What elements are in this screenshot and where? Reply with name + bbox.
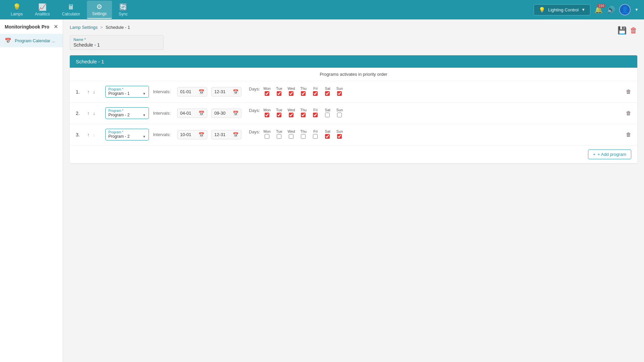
profile-button[interactable]: 👤 (619, 4, 631, 15)
day-thu-check-1[interactable] (301, 91, 306, 96)
program-select-wrap-2: Program * Program - 2 ▼ (105, 107, 149, 119)
program-select-1[interactable]: Program * Program - 1 ▼ (105, 86, 149, 98)
calendar-start-icon-2[interactable]: 📅 (199, 111, 204, 116)
nav-settings[interactable]: ⚙ Settings (87, 1, 112, 19)
intervals-label-3: Intervals: (153, 132, 173, 137)
calendar-end-icon-1[interactable]: 📅 (233, 89, 238, 95)
days-label-2: Days: (249, 108, 260, 113)
volume-button[interactable]: 🔊 (607, 6, 615, 14)
day-thu-check-3[interactable] (301, 134, 306, 139)
lighting-control-button[interactable]: 💡 Lighting Control ▼ (534, 4, 590, 15)
day-tue-check-1[interactable] (277, 91, 281, 96)
day-sun-check-2[interactable] (337, 113, 342, 117)
notification-button[interactable]: 🔔 194 (594, 6, 603, 14)
day-fri-check-3[interactable] (313, 134, 318, 139)
interval-end-3[interactable]: 12-31 📅 (211, 130, 241, 139)
program-select-wrap-3: Program * Program - 2 ▼ (105, 129, 149, 140)
day-sun-check-1[interactable] (337, 91, 342, 96)
days-label-3: Days: (249, 129, 260, 134)
interval-start-value-1: 01-01 (180, 89, 197, 94)
page-actions: 💾 🗑 (618, 26, 637, 35)
lighting-control-chevron: ▼ (581, 7, 585, 12)
program-select-3[interactable]: Program * Program - 2 ▼ (105, 129, 149, 140)
delete-page-button[interactable]: 🗑 (630, 26, 637, 35)
interval-start-3[interactable]: 10-01 📅 (177, 130, 207, 139)
delete-row-3[interactable]: 🗑 (626, 132, 631, 138)
sidebar-item-program-calendar-label: Program Calendar ... (15, 38, 55, 43)
schedule-title: Schedule - 1 (76, 59, 104, 64)
day-sat-check-1[interactable] (325, 91, 330, 96)
calculator-icon: 🖩 (68, 3, 74, 11)
day-wed-check-2[interactable] (289, 113, 293, 117)
interval-end-1[interactable]: 12-31 📅 (211, 87, 241, 97)
arrow-down-1[interactable]: ↓ (92, 88, 96, 95)
row-arrows-2: ↑ ↓ (87, 110, 101, 117)
nav-settings-label: Settings (92, 11, 107, 16)
day-wed-check-1[interactable] (289, 91, 293, 96)
program-select-chevron-3: ▼ (143, 135, 146, 138)
row-number-3: 3. (76, 132, 83, 137)
interval-end-value-2: 09-30 (214, 111, 231, 116)
add-program-button[interactable]: + + Add program (588, 149, 631, 159)
arrow-up-1[interactable]: ↑ (87, 88, 90, 95)
days-checks-2 (263, 113, 343, 118)
settings-icon: ⚙ (96, 3, 102, 11)
name-field-value[interactable]: Schedule - 1 (73, 42, 160, 48)
days-names-1: Mon Tue Wed Thu Fri Sat Sun (263, 86, 343, 90)
breadcrumb-separator: > (100, 25, 103, 30)
program-select-2[interactable]: Program * Program - 2 ▼ (105, 107, 149, 119)
day-mon-check-2[interactable] (265, 113, 269, 117)
days-grid-2: Mon Tue Wed Thu Fri Sat Sun (263, 108, 343, 118)
nav-sync[interactable]: 🔄 Sync (113, 1, 133, 18)
nav-lamps-label: Lamps (11, 12, 23, 16)
calendar-start-icon-1[interactable]: 📅 (199, 89, 204, 95)
day-sat-label-2: Sat (324, 108, 331, 112)
day-tue-check-3[interactable] (277, 134, 281, 139)
day-mon-check-3[interactable] (265, 134, 269, 139)
program-select-chevron-1: ▼ (143, 92, 146, 96)
schedule-header: Schedule - 1 (70, 55, 637, 68)
day-sun-check-3[interactable] (337, 134, 342, 139)
analytics-icon: 📈 (38, 3, 47, 11)
interval-end-2[interactable]: 09-30 📅 (211, 109, 241, 118)
calendar-start-icon-3[interactable]: 📅 (199, 132, 204, 137)
nav-analytics[interactable]: 📈 Analitics (30, 1, 55, 18)
day-sat-label-3: Sat (324, 129, 331, 133)
calendar-end-icon-3[interactable]: 📅 (233, 132, 238, 137)
arrow-up-3[interactable]: ↑ (87, 131, 90, 138)
nav-lamps[interactable]: 💡 Lamps (5, 1, 28, 18)
calendar-end-icon-2[interactable]: 📅 (233, 111, 238, 116)
program-select-label-1: Program * (108, 87, 146, 91)
sidebar: Monitoringbook Pro ✕ 📅 Program Calendar … (0, 19, 63, 362)
day-sat-check-3[interactable] (325, 134, 330, 139)
interval-start-1[interactable]: 01-01 📅 (177, 87, 207, 97)
day-wed-label-1: Wed (287, 86, 295, 90)
day-thu-check-2[interactable] (301, 113, 306, 117)
day-sun-label-3: Sun (336, 129, 343, 133)
breadcrumb-current: Schedule - 1 (106, 25, 130, 30)
lighting-control-label: Lighting Control (548, 7, 579, 12)
day-sat-check-2[interactable] (325, 113, 330, 117)
add-program-row: + + Add program (70, 145, 637, 163)
day-sun-label-1: Sun (336, 86, 343, 90)
name-section: Name * Schedule - 1 (70, 35, 637, 50)
save-button[interactable]: 💾 (618, 26, 627, 35)
arrow-down-3[interactable]: ↓ (92, 131, 96, 138)
nav-calculator[interactable]: 🖩 Calculator (57, 1, 86, 18)
day-mon-check-1[interactable] (265, 91, 269, 96)
delete-row-1[interactable]: 🗑 (626, 89, 631, 95)
breadcrumb-parent[interactable]: Lamp Settings (70, 25, 98, 30)
arrow-up-2[interactable]: ↑ (87, 110, 90, 117)
arrow-down-2[interactable]: ↓ (92, 110, 96, 117)
day-tue-check-2[interactable] (277, 113, 281, 117)
day-wed-check-3[interactable] (289, 134, 293, 139)
sidebar-item-program-calendar[interactable]: 📅 Program Calendar ... (0, 34, 63, 47)
intervals-label-1: Intervals: (153, 89, 173, 94)
main-content: 💾 🗑 Lamp Settings > Schedule - 1 Name * … (63, 19, 644, 362)
interval-start-2[interactable]: 04-01 📅 (177, 109, 207, 118)
sidebar-close-button[interactable]: ✕ (54, 23, 58, 30)
delete-row-2[interactable]: 🗑 (626, 110, 631, 116)
day-fri-check-1[interactable] (313, 91, 318, 96)
sidebar-header: Monitoringbook Pro ✕ (0, 19, 63, 34)
day-fri-check-2[interactable] (313, 113, 318, 117)
